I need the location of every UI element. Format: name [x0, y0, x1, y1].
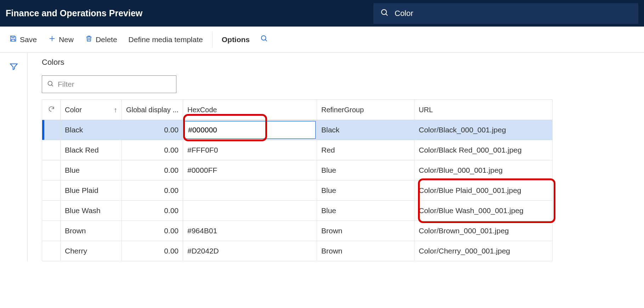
cell-url[interactable]: Color/Cherry_000_001.jpeg: [414, 241, 552, 261]
cell-global-display[interactable]: 0.00: [122, 201, 183, 221]
table-row[interactable]: Blue0.00#0000FFBlueColor/Blue_000_001.jp…: [42, 160, 552, 181]
save-label: Save: [20, 35, 37, 44]
svg-point-6: [261, 36, 266, 40]
grid-header-row: Color ↑ Global display ... HexCode Refin…: [42, 100, 552, 120]
options-label: Options: [222, 35, 250, 44]
row-selector-cell[interactable]: [42, 120, 61, 140]
toolbar-search-button[interactable]: [256, 32, 272, 47]
column-header-color-label: Color: [65, 106, 82, 114]
cell-hexcode[interactable]: [183, 181, 317, 200]
row-selector-cell[interactable]: [42, 140, 61, 160]
column-header-global-display-label: Global display ...: [126, 106, 179, 114]
column-header-global-display[interactable]: Global display ...: [122, 100, 183, 120]
table-row[interactable]: Brown0.00#964B01BrownColor/Brown_000_001…: [42, 221, 552, 241]
toolbar-separator: [212, 32, 213, 48]
grid-body: Black0.00BlackColor/Black_000_001.jpegBl…: [42, 120, 552, 261]
cell-hexcode[interactable]: #964B01: [183, 221, 317, 241]
cell-color[interactable]: Brown: [61, 221, 122, 241]
new-button[interactable]: New: [43, 32, 79, 47]
column-header-hexcode[interactable]: HexCode: [183, 100, 317, 120]
cell-hexcode[interactable]: [183, 120, 317, 140]
table-row[interactable]: Black Red0.00#FFF0F0RedColor/Black Red_0…: [42, 140, 552, 160]
save-icon: [9, 35, 17, 44]
cell-hexcode[interactable]: #FFF0F0: [183, 140, 317, 160]
cell-hexcode[interactable]: #0000FF: [183, 160, 317, 180]
row-selector-cell[interactable]: [42, 201, 61, 221]
save-button[interactable]: Save: [4, 32, 42, 47]
cell-hexcode[interactable]: [183, 201, 317, 221]
cell-refiner-group[interactable]: Blue: [317, 160, 414, 180]
cell-url[interactable]: Color/Blue Wash_000_001.jpeg: [414, 201, 552, 221]
search-icon: [380, 8, 389, 18]
column-header-color[interactable]: Color ↑: [61, 100, 122, 120]
search-icon: [260, 35, 268, 44]
action-toolbar: Save New Delete Define media template Op…: [0, 27, 644, 53]
global-search[interactable]: [373, 3, 638, 24]
column-header-refiner-group[interactable]: RefinerGroup: [317, 100, 414, 120]
refresh-icon: [48, 105, 55, 114]
svg-line-9: [52, 85, 53, 86]
content-area: Colors Color ↑ Global: [28, 53, 644, 261]
column-header-url[interactable]: URL: [414, 100, 552, 120]
global-search-input[interactable]: [395, 9, 631, 18]
cell-global-display[interactable]: 0.00: [122, 241, 183, 261]
new-label: New: [59, 35, 74, 44]
trash-icon: [85, 35, 93, 44]
cell-refiner-group[interactable]: Black: [317, 120, 414, 140]
row-selector-cell[interactable]: [42, 221, 61, 241]
cell-color[interactable]: Blue: [61, 160, 122, 180]
refresh-header[interactable]: [42, 100, 61, 120]
section-title: Colors: [42, 58, 644, 67]
row-selector-cell[interactable]: [42, 241, 61, 261]
row-selector-cell[interactable]: [42, 181, 61, 200]
table-row[interactable]: Cherry0.00#D2042DBrownColor/Cherry_000_0…: [42, 241, 552, 261]
hexcode-input[interactable]: [188, 126, 259, 134]
options-button[interactable]: Options: [217, 33, 255, 47]
cell-url[interactable]: Color/Blue_000_001.jpeg: [414, 160, 552, 180]
cell-global-display[interactable]: 0.00: [122, 140, 183, 160]
cell-color[interactable]: Cherry: [61, 241, 122, 261]
cell-refiner-group[interactable]: Brown: [317, 221, 414, 241]
cell-global-display[interactable]: 0.00: [122, 120, 183, 140]
column-header-refiner-group-label: RefinerGroup: [321, 106, 364, 114]
svg-line-1: [386, 14, 388, 16]
data-grid: Color ↑ Global display ... HexCode Refin…: [42, 99, 553, 261]
define-media-template-label: Define media template: [129, 35, 203, 44]
delete-label: Delete: [96, 35, 117, 44]
row-selector-cell[interactable]: [42, 160, 61, 180]
cell-color[interactable]: Blue Plaid: [61, 181, 122, 200]
side-rail: [0, 53, 28, 261]
define-media-template-button[interactable]: Define media template: [124, 33, 208, 47]
cell-refiner-group[interactable]: Blue: [317, 181, 414, 200]
cell-hexcode[interactable]: #D2042D: [183, 241, 317, 261]
column-header-url-label: URL: [419, 106, 433, 114]
cell-url[interactable]: Color/Black_000_001.jpeg: [414, 120, 552, 140]
table-row[interactable]: Blue Wash0.00BlueColor/Blue Wash_000_001…: [42, 201, 552, 221]
app-header: Finance and Operations Preview: [0, 0, 644, 27]
grid-filter-input[interactable]: [58, 80, 171, 89]
cell-global-display[interactable]: 0.00: [122, 160, 183, 180]
cell-url[interactable]: Color/Blue Plaid_000_001.jpeg: [414, 181, 552, 200]
cell-url[interactable]: Color/Brown_000_001.jpeg: [414, 221, 552, 241]
sort-ascending-icon: ↑: [114, 106, 117, 114]
grid-filter[interactable]: [42, 75, 176, 93]
cell-refiner-group[interactable]: Blue: [317, 201, 414, 221]
app-title: Finance and Operations Preview: [6, 8, 142, 18]
cell-color[interactable]: Blue Wash: [61, 201, 122, 221]
svg-line-7: [265, 40, 267, 41]
funnel-icon: [9, 62, 18, 72]
svg-point-8: [48, 81, 52, 85]
cell-refiner-group[interactable]: Brown: [317, 241, 414, 261]
delete-button[interactable]: Delete: [80, 32, 122, 47]
table-row[interactable]: Blue Plaid0.00BlueColor/Blue Plaid_000_0…: [42, 181, 552, 201]
filter-rail-button[interactable]: [6, 59, 22, 75]
cell-refiner-group[interactable]: Red: [317, 140, 414, 160]
cell-global-display[interactable]: 0.00: [122, 221, 183, 241]
cell-url[interactable]: Color/Black Red_000_001.jpeg: [414, 140, 552, 160]
table-row[interactable]: Black0.00BlackColor/Black_000_001.jpeg: [42, 120, 552, 140]
column-header-hexcode-label: HexCode: [187, 106, 217, 114]
cell-global-display[interactable]: 0.00: [122, 181, 183, 200]
search-icon: [47, 80, 54, 89]
cell-color[interactable]: Black Red: [61, 140, 122, 160]
cell-color[interactable]: Black: [61, 120, 122, 140]
